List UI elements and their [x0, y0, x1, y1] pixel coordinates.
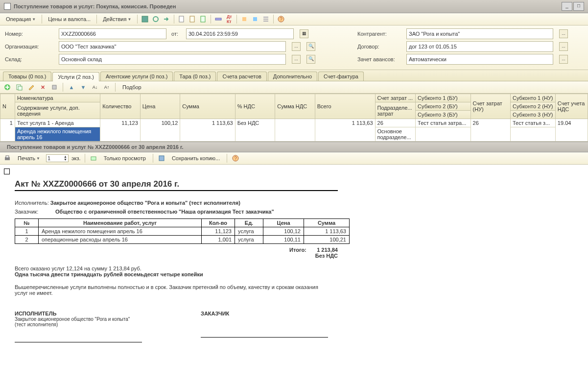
col-cost-acc[interactable]: Счет затрат ...: [375, 94, 416, 102]
help-icon[interactable]: ?: [277, 15, 285, 24]
save-copy-button[interactable]: Сохранить копию...: [169, 154, 223, 162]
tab-invoice[interactable]: Счет-фактура: [318, 72, 364, 81]
add-icon[interactable]: [3, 83, 12, 92]
storage-lookup-icon[interactable]: ...: [292, 55, 301, 64]
refresh-icon[interactable]: [151, 15, 160, 24]
tab-tara[interactable]: Тара (0 поз.): [174, 72, 216, 81]
storage-label: Склад:: [5, 56, 54, 62]
sort-asc-icon[interactable]: A↓: [91, 83, 99, 92]
maximize-button[interactable]: □: [573, 2, 584, 11]
col-vat-pct[interactable]: % НДС: [235, 94, 275, 119]
view-only-button[interactable]: Только просмотр: [101, 154, 149, 162]
go-icon[interactable]: [162, 15, 171, 24]
main-titlebar: Поступление товаров и услуг: Покупка, ко…: [0, 0, 588, 13]
col-qty[interactable]: Количество: [100, 94, 141, 119]
col-sum[interactable]: Сумма: [180, 94, 235, 119]
tab-extra[interactable]: Дополнительно: [268, 72, 317, 81]
save-icon[interactable]: [141, 15, 149, 24]
tab-accounts[interactable]: Счета расчетов: [217, 72, 266, 81]
printer-icon[interactable]: [3, 154, 12, 163]
tool-icon-2[interactable]: [251, 15, 259, 24]
grid-toolbar: ✕ ▲ ▼ A↓ A↑ Подбор: [0, 81, 588, 94]
doc-icon-2[interactable]: [188, 15, 197, 24]
selection-button[interactable]: Подбор: [119, 83, 144, 91]
link-icon[interactable]: [214, 15, 223, 24]
delete-icon[interactable]: ✕: [38, 83, 47, 92]
contract-lookup-icon[interactable]: ...: [559, 42, 568, 51]
org-search-icon[interactable]: 🔍: [306, 42, 315, 51]
customer-value: Общество с ограниченной ответственностью…: [55, 209, 274, 215]
date-input[interactable]: 30.04.2016 23:59:59: [186, 28, 294, 39]
edit-icon[interactable]: [26, 83, 35, 92]
dk-icon[interactable]: ДтКт: [225, 15, 234, 24]
performer-label: Исполнитель:: [15, 200, 49, 206]
doc-icon-3[interactable]: [199, 15, 208, 24]
customer-label: Заказчик:: [15, 209, 54, 215]
list-icon[interactable]: [261, 15, 270, 24]
services-table: № Наименование работ, услуг Кол-во Ед. Ц…: [15, 218, 350, 244]
col-vat-acc[interactable]: Счет учета НДС: [555, 94, 588, 119]
print-button[interactable]: Печать ▼: [15, 154, 43, 162]
col-vat-sum[interactable]: Сумма НДС: [275, 94, 315, 119]
col-sub2nu[interactable]: Субконто 2 (НУ): [511, 102, 556, 111]
signatures: ИСПОЛНИТЕЛЬ Закрытое акционероное общест…: [15, 311, 573, 342]
services-grid[interactable]: N Номенклатура Количество Цена Сумма % Н…: [0, 94, 588, 142]
svg-rect-5: [215, 18, 221, 20]
prices-button[interactable]: Цены и валюта...: [45, 15, 94, 23]
org-input[interactable]: ООО "Тест заказчика": [59, 41, 286, 52]
col-sub3[interactable]: Субконто 3 (БУ): [416, 111, 470, 119]
tool-icon-1[interactable]: [240, 15, 249, 24]
col-sub3nu[interactable]: Субконто 3 (НУ): [511, 111, 556, 119]
storage-input[interactable]: Основной склад: [59, 54, 286, 65]
col-sub1nu[interactable]: Субконто 1 (НУ): [511, 94, 556, 102]
form-header: Номер: XXZZ0000666 от: 30.04.2016 23:59:…: [0, 25, 588, 70]
advance-input[interactable]: Автоматически: [406, 54, 553, 65]
copies-input[interactable]: 1▲▼: [46, 154, 69, 162]
minimize-button[interactable]: _: [562, 2, 572, 11]
svg-rect-2: [179, 16, 184, 22]
up-icon[interactable]: ▲: [67, 83, 76, 92]
save-icon[interactable]: [157, 154, 166, 163]
down-icon[interactable]: ▼: [79, 83, 88, 92]
amount-words: Одна тысяча двести тринадцать рублей вос…: [15, 271, 203, 277]
window-title: Поступление товаров и услуг: Покупка, ко…: [14, 3, 176, 9]
view-icon[interactable]: [89, 154, 98, 163]
doc-icon-1[interactable]: [177, 15, 186, 24]
table-row: 2 операционные расходы апрель 16 1,001 у…: [15, 236, 350, 244]
tab-bar: Товары (0 поз.) Услуги (2 поз.) Агентски…: [0, 70, 588, 81]
clear-icon[interactable]: [50, 83, 59, 92]
help-icon[interactable]: ?: [231, 154, 240, 163]
col-cost-nu[interactable]: Счет затрат (НУ): [470, 94, 511, 119]
sort-desc-icon[interactable]: A↑: [102, 83, 111, 92]
col-nomen2[interactable]: Содержание услуги, доп. сведения: [15, 102, 100, 119]
operation-menu[interactable]: Операция ▼: [3, 15, 39, 23]
advance-label: Зачет авансов:: [357, 56, 401, 62]
svg-rect-3: [190, 16, 194, 22]
number-input[interactable]: XXZZ0000666: [59, 28, 166, 39]
svg-rect-17: [159, 156, 164, 161]
storage-search-icon[interactable]: 🔍: [306, 55, 315, 64]
advance-lookup-icon[interactable]: ...: [559, 55, 568, 64]
org-lookup-icon[interactable]: ...: [292, 42, 301, 51]
sig-performer-label: ИСПОЛНИТЕЛЬ: [15, 311, 56, 316]
date-picker-icon[interactable]: ▦: [300, 29, 308, 38]
col-n[interactable]: N: [0, 94, 15, 119]
col-nomen[interactable]: Номенклатура: [15, 94, 100, 102]
tab-services[interactable]: Услуги (2 поз.): [52, 72, 99, 81]
sig-performer-sub: Закрытое акционероное общество "Рога и к…: [15, 316, 142, 327]
tab-goods[interactable]: Товары (0 поз.): [3, 72, 51, 81]
col-sub1[interactable]: Субконто 1 (БУ): [416, 94, 470, 102]
copy-icon[interactable]: [15, 83, 24, 92]
col-total[interactable]: Всего: [315, 94, 375, 119]
tab-agent[interactable]: Агентские услуги (0 поз.): [100, 72, 173, 81]
contract-input[interactable]: дог 123 от 01.05.15: [406, 41, 553, 52]
counterparty-input[interactable]: ЗАО "Рога и копыта": [406, 28, 553, 39]
counterparty-lookup-icon[interactable]: ...: [559, 29, 568, 38]
col-cost-acc2[interactable]: Подразделе... затрат: [375, 102, 416, 119]
doc-title: Акт № XXZZ0000666 от 30 апреля 2016 г.: [15, 179, 338, 191]
note: Вышеперечисленные услуги выполнены полно…: [15, 284, 328, 296]
col-sub2[interactable]: Субконто 2 (БУ): [416, 102, 470, 111]
table-row[interactable]: 1 Тест услуга 1 - Аренда 11,123 100,12 1…: [0, 119, 588, 127]
col-price[interactable]: Цена: [140, 94, 180, 119]
actions-menu[interactable]: Действия ▼: [100, 15, 134, 23]
